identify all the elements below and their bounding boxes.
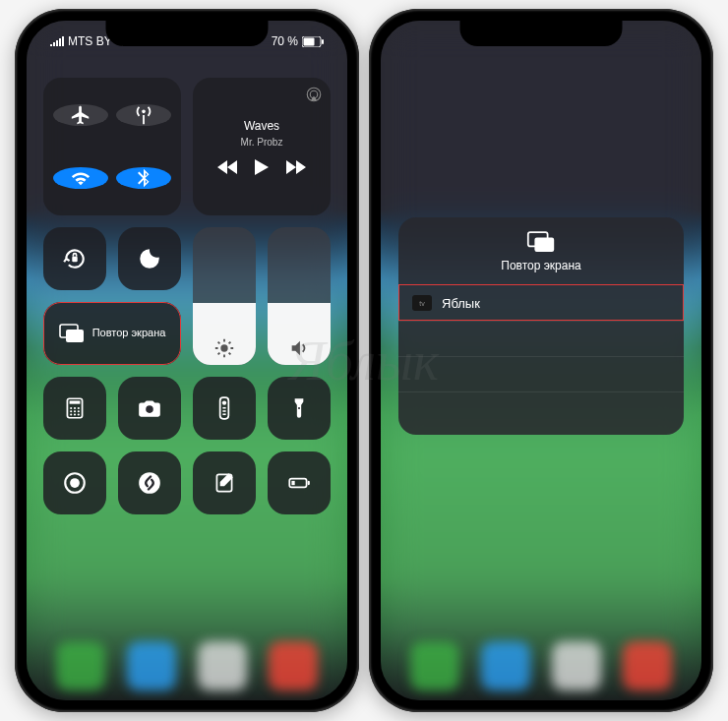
brightness-icon	[213, 337, 235, 359]
cellular-data-icon	[133, 104, 154, 126]
screen-mirroring-label: Повтор экрана	[92, 327, 166, 339]
apple-tv-icon: tv	[412, 295, 432, 311]
picker-empty-row	[398, 356, 684, 391]
notes-icon	[212, 470, 237, 496]
svg-rect-8	[66, 330, 84, 342]
svg-rect-25	[222, 413, 225, 415]
bluetooth-toggle[interactable]	[116, 167, 171, 189]
wifi-icon	[70, 167, 91, 189]
do-not-disturb-icon	[137, 246, 162, 271]
svg-point-14	[70, 410, 72, 412]
cellular-data-toggle[interactable]	[116, 104, 171, 126]
svg-point-28	[70, 478, 80, 488]
do-not-disturb-button[interactable]	[118, 227, 181, 290]
svg-point-29	[139, 472, 160, 494]
iphone-left: MTS BY 70 %	[15, 9, 359, 712]
low-power-icon	[286, 470, 312, 496]
airplane-toggle[interactable]	[53, 104, 108, 126]
media-module[interactable]: Waves Mr. Probz	[193, 78, 331, 215]
svg-point-12	[74, 407, 76, 409]
airplay-icon[interactable]	[305, 86, 323, 103]
carrier-label: MTS BY	[68, 34, 112, 48]
dock-blur	[410, 641, 672, 691]
shazam-icon	[137, 470, 162, 496]
svg-point-16	[78, 410, 80, 412]
screen-record-button[interactable]	[43, 451, 106, 514]
next-track-button[interactable]	[286, 160, 306, 174]
connectivity-module	[43, 78, 181, 215]
camera-button[interactable]	[118, 377, 181, 440]
brightness-slider[interactable]	[193, 227, 256, 365]
calculator-icon	[62, 395, 88, 421]
screen-mirroring-picker: Повтор экрана tv Яблык	[398, 217, 684, 435]
svg-rect-2	[322, 39, 324, 44]
svg-rect-1	[304, 37, 315, 45]
iphone-right: Повтор экрана tv Яблык	[369, 9, 713, 712]
svg-point-20	[146, 405, 153, 413]
airplay-device-row[interactable]: tv Яблык	[398, 284, 684, 321]
flashlight-icon	[286, 395, 312, 421]
wifi-toggle[interactable]	[53, 167, 108, 189]
screen-record-icon	[62, 470, 88, 496]
flashlight-button[interactable]	[268, 377, 331, 440]
svg-point-11	[70, 407, 72, 409]
svg-rect-32	[308, 481, 310, 485]
screen-mirroring-button[interactable]: Повтор экрана	[43, 302, 181, 365]
battery-icon	[302, 36, 324, 47]
media-title: Waves	[244, 119, 279, 133]
notes-button[interactable]	[193, 451, 256, 514]
screen-mirroring-icon	[526, 231, 556, 253]
airplay-device-label: Яблык	[442, 296, 480, 311]
svg-point-15	[74, 410, 76, 412]
orientation-lock-icon	[62, 246, 88, 271]
volume-icon	[288, 337, 310, 359]
low-power-button[interactable]	[268, 451, 331, 514]
svg-rect-5	[72, 257, 77, 262]
airplane-icon	[70, 104, 91, 126]
svg-rect-23	[222, 407, 225, 409]
media-artist: Mr. Probz	[241, 137, 283, 148]
bluetooth-icon	[133, 167, 154, 189]
control-center: Waves Mr. Probz	[27, 21, 347, 700]
screen: Повтор экрана tv Яблык	[381, 21, 701, 700]
notch	[460, 19, 623, 46]
camera-icon	[137, 395, 162, 421]
screen: MTS BY 70 %	[27, 21, 347, 700]
svg-point-26	[298, 407, 300, 409]
svg-rect-24	[222, 410, 225, 412]
svg-point-13	[78, 407, 80, 409]
prev-track-button[interactable]	[217, 160, 237, 174]
battery-percent: 70 %	[272, 34, 298, 48]
svg-point-19	[78, 413, 80, 415]
picker-empty-row	[398, 391, 684, 427]
svg-rect-35	[534, 238, 554, 252]
svg-rect-10	[70, 400, 81, 403]
calculator-button[interactable]	[43, 377, 106, 440]
volume-slider[interactable]	[268, 227, 331, 365]
svg-point-18	[74, 413, 76, 415]
screen-mirroring-icon	[59, 324, 85, 343]
svg-point-22	[222, 400, 226, 404]
picker-empty-row	[398, 321, 684, 356]
remote-icon	[212, 395, 237, 421]
svg-point-17	[70, 413, 72, 415]
signal-icon	[50, 36, 64, 46]
remote-button[interactable]	[193, 377, 256, 440]
play-button[interactable]	[255, 159, 269, 175]
picker-title: Повтор экрана	[501, 259, 580, 272]
orientation-lock-button[interactable]	[43, 227, 106, 290]
notch	[106, 19, 269, 46]
svg-rect-33	[291, 481, 294, 485]
shazam-button[interactable]	[118, 451, 181, 514]
svg-point-6	[220, 344, 227, 351]
